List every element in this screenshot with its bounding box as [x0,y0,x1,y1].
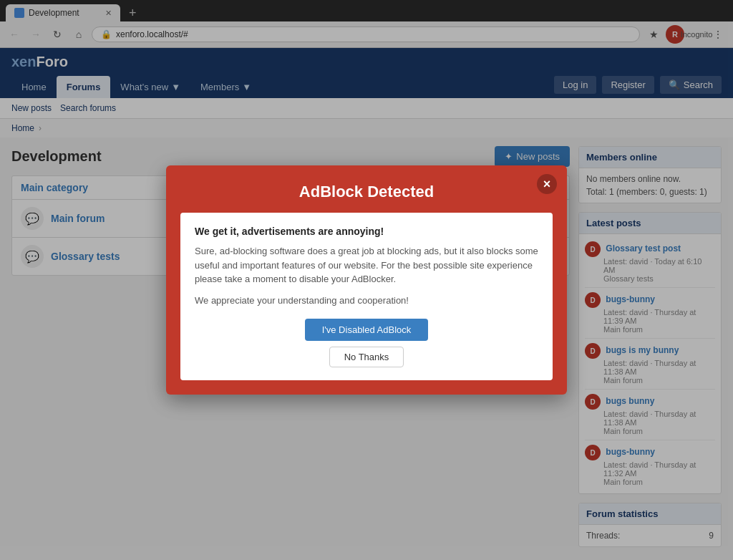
adblock-body1: Sure, ad-blocking software does a great … [195,244,538,286]
disabled-adblock-button[interactable]: I've Disabled AdBlock [305,319,429,341]
adblock-heading: We get it, advertisements are annoying! [195,226,538,237]
adblock-body2: We appreciate your understanding and coo… [195,294,538,308]
adblock-close-button[interactable]: × [537,174,557,194]
adblock-body: We get it, advertisements are annoying! … [180,213,553,380]
adblock-title: AdBlock Detected [166,165,567,213]
no-thanks-button[interactable]: No Thanks [329,347,404,367]
overlay: AdBlock Detected × We get it, advertisem… [0,0,733,560]
adblock-modal: AdBlock Detected × We get it, advertisem… [166,165,567,395]
